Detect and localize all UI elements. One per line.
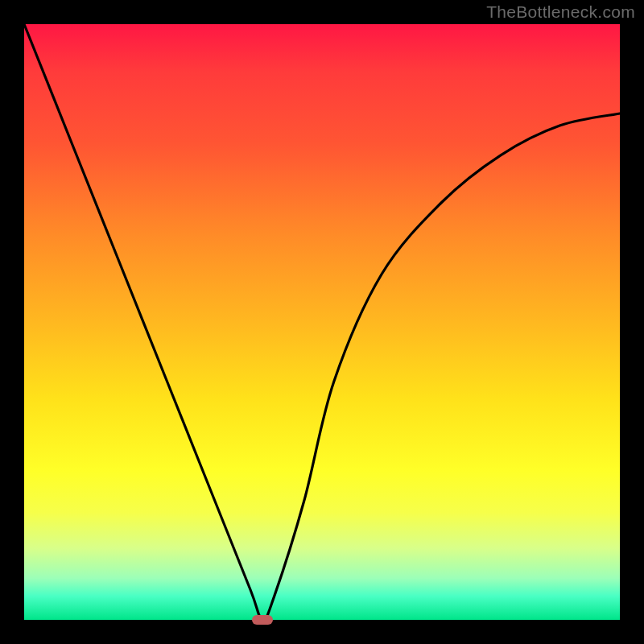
plot-area [24, 24, 620, 620]
bottleneck-curve [24, 24, 620, 620]
curve-svg [24, 24, 620, 620]
minimum-marker [252, 615, 273, 625]
chart-frame: TheBottleneck.com [0, 0, 644, 644]
watermark: TheBottleneck.com [486, 2, 635, 22]
